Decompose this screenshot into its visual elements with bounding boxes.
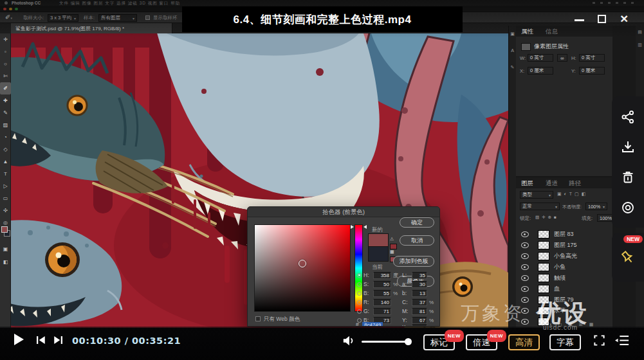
volume-slider-track[interactable] bbox=[362, 341, 410, 343]
layer-thumbnail bbox=[538, 252, 549, 260]
h-field: 0 英寸 bbox=[579, 54, 605, 62]
visibility-eye-icon bbox=[521, 275, 529, 281]
minimize-button[interactable] bbox=[575, 19, 584, 21]
layer-thumbnail bbox=[538, 263, 549, 271]
sample-size-label: 取样大小: bbox=[23, 15, 44, 21]
previous-button[interactable] bbox=[35, 334, 46, 346]
pixel-layer-icon bbox=[521, 43, 531, 51]
playlist-button[interactable] bbox=[615, 334, 629, 346]
opacity-field: 100%▾ bbox=[585, 203, 607, 210]
visibility-eye-icon bbox=[521, 231, 529, 237]
link-dimensions-icon: ∞ bbox=[557, 54, 567, 62]
color-field-marker bbox=[299, 260, 306, 267]
speed-new-badge: NEW bbox=[487, 330, 506, 342]
tab-paths: 路径 bbox=[569, 179, 581, 188]
tab-channels: 通道 bbox=[546, 179, 558, 188]
volume-icon[interactable] bbox=[342, 334, 356, 347]
sample-dropdown: 所有图层▾ bbox=[98, 14, 137, 22]
layer-thumbnail bbox=[538, 285, 549, 293]
action-sidebar bbox=[612, 96, 644, 228]
current-color-swatch bbox=[368, 246, 389, 262]
watermark-domain: uisdc.com bbox=[543, 324, 578, 331]
gamut-warning-chip bbox=[390, 244, 397, 249]
ps-panel-icon-strip: ▣A✎ bbox=[508, 26, 516, 328]
screen-mode-icon: ◧ bbox=[0, 256, 11, 268]
hue-handle-left bbox=[351, 225, 354, 229]
healing-tool-icon: ✚ bbox=[0, 94, 11, 107]
w-label: W: bbox=[520, 55, 526, 61]
mark-button[interactable]: 标记NEW bbox=[423, 334, 455, 350]
player-control-bar: 00:10:30 / 00:35:21 标记NEW 倍速NEW 高清 字幕 bbox=[0, 327, 644, 360]
cancel-button: 取消 bbox=[400, 235, 434, 246]
crop-tool-icon: ✄ bbox=[0, 70, 11, 82]
picker-row-h: H:358度 bbox=[357, 271, 398, 279]
history-brush-tool-icon: ◔ bbox=[0, 131, 11, 143]
shape-tool-icon: ▭ bbox=[0, 192, 11, 204]
web-safe-icon: ▦ bbox=[390, 249, 394, 255]
visibility-eye-icon bbox=[521, 286, 529, 292]
hd-button[interactable]: 高清 bbox=[508, 334, 540, 350]
video-title: 6.4、细节刻画和完整上色过程.mp4 bbox=[234, 12, 412, 27]
tab-layers: 图层 bbox=[521, 179, 533, 188]
tab-properties: 属性 bbox=[521, 28, 533, 36]
next-button[interactable] bbox=[53, 334, 64, 346]
color-picker-titlebar: 拾色器 (前景色) bbox=[248, 207, 439, 217]
clone-tool-icon: ▨ bbox=[0, 119, 11, 131]
quick-mask-icon: ▣ bbox=[0, 243, 11, 255]
web-only-checkbox bbox=[255, 316, 261, 321]
picker-row-r: R:140 bbox=[357, 298, 393, 306]
ps-toolbar: ✛ ▫ ○ ✄ ✐ ✚ ✎ ▨ ◔ ◇ ▲ T ▷ ▭ ✣ ◎ ▣ ◧ bbox=[0, 33, 11, 328]
visibility-eye-icon bbox=[521, 264, 529, 270]
current-color-label: 当前 bbox=[372, 264, 383, 271]
share-icon[interactable] bbox=[620, 109, 636, 125]
picker-row-m: M:81% bbox=[402, 307, 434, 315]
web-only-label: 只有 Web 颜色 bbox=[264, 316, 300, 323]
layer-type-label: 像素图层属性 bbox=[534, 42, 569, 51]
show-ring-checkbox bbox=[145, 15, 150, 20]
picker-row-b: B:55% bbox=[357, 289, 398, 297]
show-ring-label: 显示取样环 bbox=[153, 15, 178, 21]
picker-row-s: S:50% bbox=[357, 280, 398, 288]
fullscreen-button[interactable] bbox=[593, 334, 605, 346]
x-label: X: bbox=[520, 68, 524, 74]
hue-handle-right bbox=[363, 225, 367, 229]
time-display: 00:10:30 / 00:35:21 bbox=[72, 336, 181, 346]
eraser-tool-icon: ◇ bbox=[0, 143, 11, 156]
apple-icon bbox=[5, 1, 8, 4]
video-area[interactable]: Photoshop CC 文件 编辑 图像 图层 文字 选择 滤镜 3D 视图 … bbox=[0, 0, 644, 328]
volume-slider-knob[interactable] bbox=[405, 338, 412, 345]
color-picker-dialog: 拾色器 (前景色) 新的 当前 ⚠ ▦ 确定 取消 添加到色板 颜色库 H:35… bbox=[247, 206, 440, 327]
maximize-button[interactable] bbox=[598, 15, 606, 23]
visibility-eye-icon bbox=[521, 253, 529, 259]
color-field bbox=[254, 224, 351, 312]
brush-tool-icon: ✎ bbox=[0, 107, 11, 119]
video-player-window: Photoshop CC 文件 编辑 图像 图层 文字 选择 滤镜 3D 视图 … bbox=[0, 0, 644, 360]
subtitle-button[interactable]: 字幕 bbox=[549, 334, 581, 350]
download-icon[interactable] bbox=[620, 140, 636, 155]
lock-icons: ▨✛⊕■ bbox=[535, 215, 559, 220]
gradient-tool-icon: ▲ bbox=[0, 156, 11, 168]
ps-document-tab: 鲨鱼影子测试.psd @ 71.9%(图层 179, RGB/8) * bbox=[11, 23, 172, 33]
picker-row-c: C:37% bbox=[402, 298, 434, 306]
close-button[interactable]: × bbox=[620, 11, 628, 26]
visibility-eye-icon bbox=[521, 242, 529, 248]
new-color-swatch bbox=[368, 233, 389, 248]
speed-button[interactable]: 倍速NEW bbox=[466, 334, 497, 350]
watermark: 万象资 优设 uisdc.com bbox=[461, 297, 644, 329]
type-tool-icon: T bbox=[0, 168, 11, 180]
picker-row-g: G:71 bbox=[357, 307, 393, 315]
lasso-tool-icon: ○ bbox=[0, 58, 11, 70]
h-label: H: bbox=[571, 55, 576, 61]
x-field: 0 厘米 bbox=[528, 67, 553, 75]
opacity-label: 不透明度: bbox=[562, 204, 582, 210]
w-field: 0 英寸 bbox=[528, 54, 553, 62]
layer-filter-dropdown: 类型▾ bbox=[520, 191, 553, 199]
layer-thumbnail bbox=[538, 230, 549, 239]
pin-icon[interactable] bbox=[620, 249, 636, 266]
blend-mode-dropdown: 正常▾ bbox=[520, 203, 560, 210]
ps-app-name: Photoshop CC bbox=[12, 1, 41, 5]
record-icon[interactable] bbox=[620, 200, 636, 215]
trash-icon[interactable] bbox=[620, 170, 636, 185]
play-button[interactable] bbox=[10, 332, 26, 347]
sample-label: 样本: bbox=[84, 15, 95, 21]
